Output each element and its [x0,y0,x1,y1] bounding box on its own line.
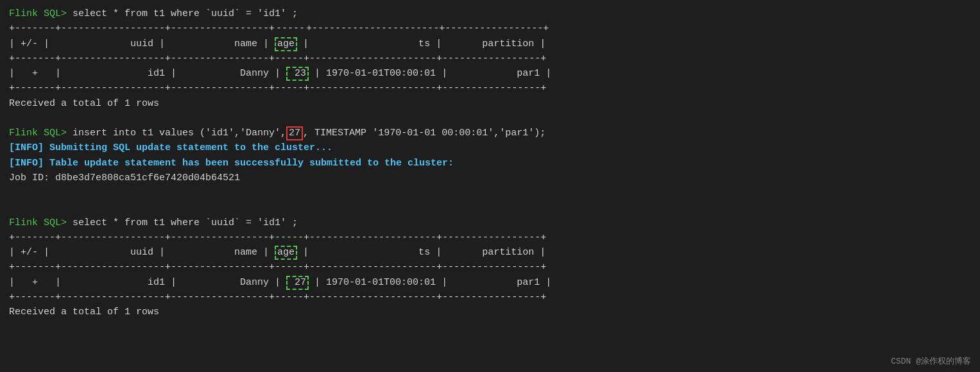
table2-border-bot: +-------+------------------+------------… [9,290,971,305]
spacer3 [9,200,971,215]
command3: select * from t1 where `uuid` = 'id1' ; [73,217,298,228]
table2-header: | +/- | uuid | name | age | ts | partiti… [9,245,971,260]
info2-line: [INFO] Table update statement has been s… [9,156,971,171]
prompt1: Flink SQL> [9,8,73,19]
table1-header: | +/- | uuid | name | age | ts | partiti… [9,37,971,51]
table1-border-bot: +-------+------------------+------------… [9,81,971,96]
spacer2 [9,185,971,200]
jobid-line: Job ID: d8be3d7e808ca51cf6e7420d04b64521 [9,171,971,185]
table1-border-top: +-------+------------------+------------… [9,21,971,36]
command2-part1: insert into t1 values ('id1','Danny', [73,128,286,139]
prompt3: Flink SQL> [9,217,73,228]
age-col-header-box1: ----- [275,23,306,34]
spacer1 [9,111,971,126]
table1-row: | + | id1 | Danny | 23 | 1970-01-01T00:0… [9,66,971,81]
info1-line: [INFO] Submitting SQL update statement t… [9,140,971,155]
age-header-box2: age [275,246,297,260]
info2-text: [INFO] Table update statement has been s… [9,158,454,169]
table1-border-mid: +-------+------------------+------------… [9,51,971,66]
insert-value-27: 27 [286,126,303,140]
query1-line: Flink SQL> select * from t1 where `uuid`… [9,6,971,21]
terminal: Flink SQL> select * from t1 where `uuid`… [9,6,971,319]
query3-line: Flink SQL> select * from t1 where `uuid`… [9,216,971,230]
age-value-box2: 27 [286,276,309,290]
info1-text: [INFO] Submitting SQL update statement t… [9,142,332,153]
table2-row: | + | id1 | Danny | 27 | 1970-01-01T00:0… [9,275,971,290]
table2-border-top: +-------+------------------+------------… [9,230,971,245]
age-header-box1: age [275,37,297,51]
watermark: CSDN @涂作权的博客 [891,355,971,367]
table2-summary: Received a total of 1 rows [9,305,971,319]
command2-part2: , TIMESTAMP '1970-01-01 00:00:01','par1'… [303,128,546,139]
query2-line: Flink SQL> insert into t1 values ('id1',… [9,126,971,140]
age-value-box1: 23 [286,67,309,81]
jobid-text: Job ID: d8be3d7e808ca51cf6e7420d04b64521 [9,173,240,183]
table2-border-mid: +-------+------------------+------------… [9,260,971,275]
command1: select * from t1 where `uuid` = 'id1' ; [73,8,298,19]
prompt2: Flink SQL> [9,128,73,139]
table1-summary: Received a total of 1 rows [9,96,971,111]
